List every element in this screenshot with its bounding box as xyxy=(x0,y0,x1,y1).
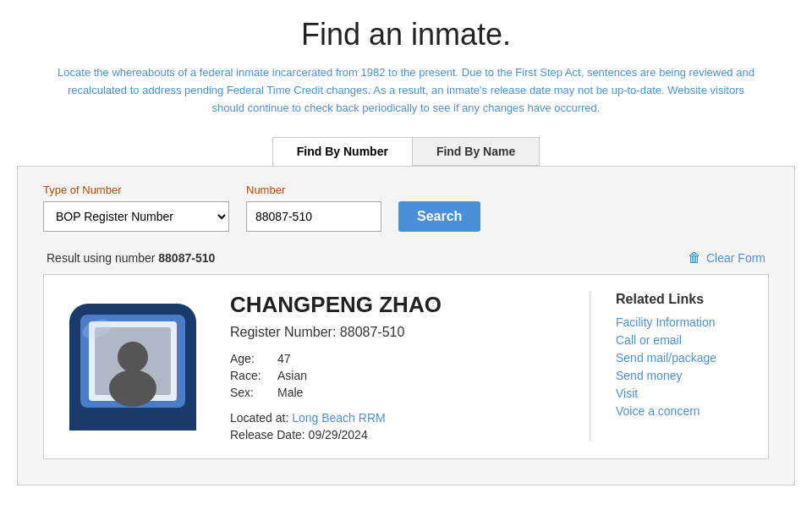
type-label: Type of Number xyxy=(43,184,229,196)
age-value: 47 xyxy=(277,352,291,365)
release-line: Release Date: 09/29/2024 xyxy=(230,428,564,441)
details-table: Age: 47 Race: Asian Sex: Male xyxy=(230,352,564,399)
race-value: Asian xyxy=(277,369,307,382)
avatar-area xyxy=(61,292,205,441)
tab-find-by-number[interactable]: Find By Number xyxy=(272,137,412,166)
subtitle: Locate the whereabouts of a federal inma… xyxy=(17,64,795,117)
tabs-row: Find By Number Find By Name xyxy=(17,137,795,166)
clear-form-link[interactable]: 🗑 Clear Form xyxy=(688,250,765,266)
inmate-info: CHANGPENG ZHAO Register Number: 88087-51… xyxy=(222,292,564,441)
number-group: Number xyxy=(246,184,381,232)
race-row: Race: Asian xyxy=(230,369,564,382)
tab-find-by-name[interactable]: Find By Name xyxy=(412,137,540,166)
form-row: Type of Number BOP Register Number DCDC … xyxy=(43,184,769,232)
vertical-divider xyxy=(590,292,590,441)
sex-row: Sex: Male xyxy=(230,386,564,399)
age-label: Age: xyxy=(230,352,272,365)
age-row: Age: 47 xyxy=(230,352,564,365)
related-link-send-mail[interactable]: Send mail/package xyxy=(616,351,751,365)
trash-icon: 🗑 xyxy=(688,250,701,266)
release-prefix: Release Date: xyxy=(230,428,309,441)
register-value: 88087-510 xyxy=(340,325,405,339)
clear-form-label: Clear Form xyxy=(706,251,765,265)
number-label: Number xyxy=(246,184,381,196)
svg-point-4 xyxy=(118,342,148,372)
release-date: 09/29/2024 xyxy=(309,428,368,441)
related-links: Related Links Facility Information Call … xyxy=(616,292,751,441)
page-title: Find an inmate. xyxy=(17,17,795,52)
location-link[interactable]: Long Beach RRM xyxy=(292,411,386,425)
avatar-icon xyxy=(65,299,200,435)
related-link-facility[interactable]: Facility Information xyxy=(616,315,751,329)
sex-label: Sex: xyxy=(230,386,272,399)
related-links-title: Related Links xyxy=(616,292,751,307)
register-label: Register Number: xyxy=(230,325,340,339)
svg-point-5 xyxy=(109,370,156,407)
inmate-name: CHANGPENG ZHAO xyxy=(230,292,564,318)
related-link-voice-concern[interactable]: Voice a concern xyxy=(616,404,751,418)
related-link-visit[interactable]: Visit xyxy=(616,387,751,400)
search-panel: Type of Number BOP Register Number DCDC … xyxy=(17,166,795,485)
result-number: 88087-510 xyxy=(158,251,215,265)
result-bar: Result using number 88087-510 🗑 Clear Fo… xyxy=(43,245,769,274)
location-line: Located at: Long Beach RRM xyxy=(230,411,564,425)
related-link-call-email[interactable]: Call or email xyxy=(616,333,751,347)
location-prefix: Located at: xyxy=(230,411,292,425)
number-input[interactable] xyxy=(246,201,381,232)
type-select[interactable]: BOP Register Number DCDC Number FBI Numb… xyxy=(43,201,229,232)
search-button[interactable]: Search xyxy=(398,201,480,232)
svg-rect-7 xyxy=(69,409,196,431)
race-label: Race: xyxy=(230,369,272,382)
page-wrapper: Find an inmate. Locate the whereabouts o… xyxy=(0,0,812,502)
type-of-number-group: Type of Number BOP Register Number DCDC … xyxy=(43,184,229,232)
sex-value: Male xyxy=(277,386,303,399)
related-link-send-money[interactable]: Send money xyxy=(616,369,751,382)
result-card: CHANGPENG ZHAO Register Number: 88087-51… xyxy=(43,274,769,459)
result-text: Result using number 88087-510 xyxy=(47,251,215,265)
register-number: Register Number: 88087-510 xyxy=(230,325,564,340)
